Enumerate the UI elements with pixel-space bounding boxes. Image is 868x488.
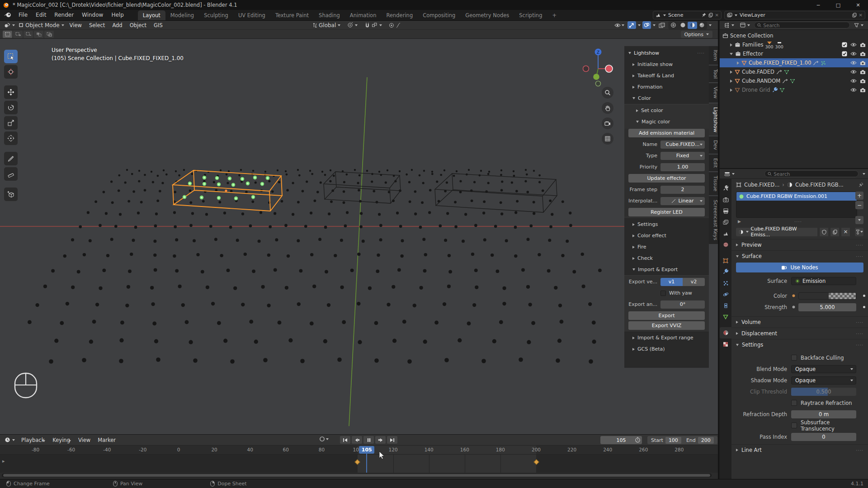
gizmos-dropdown-icon[interactable] [638,24,641,26]
exclude-checkbox[interactable] [842,51,847,56]
panel-settings[interactable]: Settings ···· [731,339,868,350]
panel-fire[interactable]: Fire [624,241,709,253]
list-resize-grip[interactable]: ···· [794,219,802,224]
workspace-tab-rendering[interactable]: Rendering [381,10,418,20]
ortho-toggle-button[interactable] [602,133,613,145]
breadcrumb-material[interactable]: Cube.FIXED RGB... [795,182,844,188]
tool-add-cube-button[interactable] [4,188,18,201]
outliner-row-cube-fixed-fixed-1-00[interactable]: Cube.FIXED_FIXED_1.00 [720,58,868,67]
tool-measure-button[interactable] [4,167,18,181]
panel-settings[interactable]: Settings [624,219,709,230]
unlink-scene-icon[interactable]: ✕ [715,13,719,18]
frame-step-field[interactable]: 2 [660,186,705,194]
panel-set-color[interactable]: Set color [624,105,709,116]
slot-specials-dropdown[interactable] [855,216,863,224]
panel-gcs-beta[interactable]: GCS (Beta) [624,343,709,355]
properties-tab-object-data[interactable] [720,311,731,323]
hide-eye-icon[interactable] [850,88,857,92]
new-viewlayer-icon[interactable] [852,13,857,18]
blend-mode-dropdown[interactable]: Opaque [791,365,856,373]
refraction-depth-field[interactable]: 0 m [791,410,856,418]
outliner-row-cube-faded[interactable]: Cube.FADED [720,67,868,76]
camera-view-button[interactable] [602,117,613,129]
add-slot-button[interactable]: + [855,192,863,200]
properties-tab-modifiers[interactable] [720,266,731,277]
viewport-menu-gis[interactable]: GIS [150,22,166,28]
outliner-row-cube-random[interactable]: Cube.RANDOM [720,76,868,85]
interpolation-dropdown[interactable]: Linear [660,197,705,205]
jump-to-start-button[interactable] [340,436,350,444]
backface-culling-checkbox[interactable] [791,355,797,361]
sidebar-tab-tissue[interactable]: Tissue [709,172,718,195]
with-yaw-checkbox[interactable] [660,291,666,296]
sidebar-tab-item[interactable]: Item [709,46,718,65]
register-led-button[interactable]: Register LED [628,208,705,216]
timeline-menu-keying[interactable]: Keying [49,437,75,443]
panel-formation[interactable]: Formation [624,81,709,93]
visibility-dropdown[interactable] [613,21,626,29]
shading-material-button[interactable] [688,22,697,29]
channel-expander-icon[interactable]: ▸ [2,458,5,464]
expander-icon[interactable] [729,88,733,92]
outliner-editor-type-button[interactable] [722,23,736,28]
select-mode-subtract-button[interactable] [24,31,33,38]
workspace-tab-layout[interactable]: Layout [138,10,165,20]
pause-button[interactable] [363,436,374,444]
properties-tab-render[interactable] [720,194,731,205]
viewport-menu-object[interactable]: Object [126,22,150,28]
sidebar-tab-screencast-keys[interactable]: Screencast Keys [709,196,718,244]
menu-help[interactable]: Help [107,9,127,20]
panel-displacement[interactable]: Displacement ···· [731,328,868,339]
name-dropdown[interactable]: Cube.FIXED... [660,141,705,149]
tool-scale-button[interactable] [4,116,18,130]
menu-window[interactable]: Window [78,9,107,20]
panel-magic-color[interactable]: Magic color [624,116,709,127]
sidebar-tab-tool[interactable]: Tool [709,66,718,82]
shading-rendered-button[interactable] [697,22,707,29]
scene-selector[interactable]: Scene ✕ [653,11,722,19]
hide-eye-icon[interactable] [850,52,857,56]
next-keyframe-button[interactable] [375,436,386,444]
shading-dropdown-icon[interactable] [709,24,712,26]
sidebar-tab-lightshow[interactable]: Lightshow [709,103,718,136]
properties-options-icon[interactable] [863,173,865,175]
workspace-tab-modeling[interactable]: Modeling [165,10,199,20]
menu-file[interactable]: File [14,9,32,20]
overlays-toggle[interactable] [642,21,651,29]
outliner-filter-dropdown[interactable] [852,23,865,28]
gizmos-toggle[interactable] [627,21,636,29]
sidebar-tab-dev[interactable]: Dev [709,136,718,154]
shading-solid-button[interactable] [678,22,688,29]
outliner-row-drone-grid[interactable]: Drone Grid [720,85,868,94]
select-mode-invert-button[interactable] [34,31,43,38]
animate-color-dot[interactable] [863,295,865,297]
pass-index-field[interactable]: 0 [791,433,856,441]
navigation-gizmo[interactable]: Z [578,45,618,88]
orientation-dropdown[interactable]: Global [311,22,342,28]
remove-viewlayer-icon[interactable]: ✕ [859,13,863,18]
properties-editor-type-button[interactable] [722,171,736,177]
panel-import-export-range[interactable]: Import & Export range [624,332,709,343]
properties-tab-material[interactable] [720,327,731,338]
timeline-scrollbar[interactable] [2,474,712,477]
properties-tab-physics[interactable] [720,289,731,300]
material-selector[interactable]: Cube.FIXED RGBW Emiss... [736,228,817,236]
export-vviz-button[interactable]: Export VVIZ [628,321,705,330]
emission-color-swatch[interactable] [798,292,856,300]
slot-expand-icon[interactable]: ▶ [738,219,741,224]
outliner-display-mode-dropdown[interactable] [738,23,752,28]
panel-initialize-show[interactable]: Initialize show [624,59,709,70]
export-angle-field[interactable]: 0° [660,300,705,309]
add-workspace-button[interactable]: + [547,10,561,20]
pin-icon[interactable] [702,13,706,18]
properties-search-box[interactable] [764,170,859,177]
pin-icon[interactable] [859,182,863,188]
properties-tab-object[interactable] [720,255,731,266]
strength-slider[interactable]: 5.000 [798,303,856,311]
viewport-menu-select[interactable]: Select [85,22,108,28]
auto-keying-toggle[interactable] [319,436,329,442]
tool-rotate-button[interactable] [4,101,18,114]
panel-check[interactable]: Check [624,253,709,264]
properties-tab-output[interactable] [720,205,731,216]
remove-slot-button[interactable]: − [855,201,863,209]
